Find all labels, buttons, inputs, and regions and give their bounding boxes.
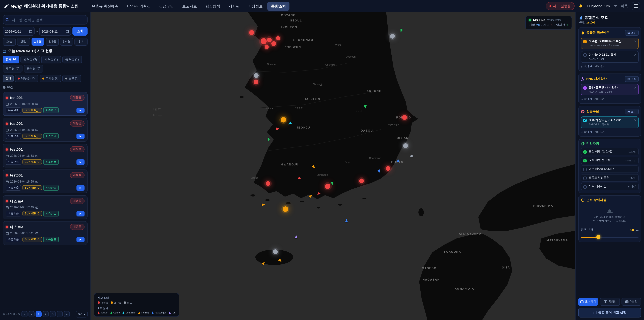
region-chip[interactable]: 서해청 (1): [41, 56, 61, 64]
ship-marker[interactable]: [295, 235, 297, 238]
resource-checkbox[interactable]: [583, 168, 587, 171]
resource-checkbox[interactable]: [583, 185, 587, 188]
brand[interactable]: Wing 해양환경 위기대응 통합시스템: [4, 3, 79, 9]
map[interactable]: 대한민국 AIS Live MarineTraffic 선박20·사고6·방제선…: [90, 13, 575, 320]
menu-button[interactable]: [632, 2, 640, 10]
region-chip[interactable]: 동해청 (1): [62, 56, 82, 64]
radius-slider[interactable]: [581, 235, 639, 239]
resource-row[interactable]: 여수 해수욕장 3개소: [581, 165, 639, 173]
incident-marker[interactable]: [325, 184, 330, 189]
analysis-item[interactable]: ✓여수항 BUNKER-C 확산GNOME+OpenDrift · 150kL×: [581, 38, 639, 49]
nav-item[interactable]: 보고자료: [178, 2, 201, 11]
page-button[interactable]: 3: [50, 311, 56, 317]
section-query-button[interactable]: ▤조회: [625, 76, 639, 82]
incident-card[interactable]: test001대응중2026-03-04 18:58유류유출BUNKER_C예측…: [3, 169, 88, 193]
region-chip[interactable]: 전체 16: [3, 56, 19, 64]
region-chip[interactable]: 남해청 (3): [20, 56, 40, 64]
incident-view-button[interactable]: ▶: [76, 237, 84, 242]
resource-checkbox[interactable]: ✓: [583, 150, 587, 154]
incident-marker[interactable]: [273, 249, 278, 254]
nav-item[interactable]: 항공탐색: [202, 2, 224, 11]
incident-marker[interactable]: [271, 41, 276, 46]
incident-marker[interactable]: [283, 206, 288, 212]
analysis-item[interactable]: 여수항 DIESEL 확산GNOME · 30kL×: [581, 51, 639, 63]
view-mode-button[interactable]: 3분할: [621, 297, 641, 305]
status-filter-chip[interactable]: 대응중 (13): [15, 75, 38, 82]
incident-card[interactable]: test001대응중2026-03-04 19:00유류유출BUNKER_C예측…: [3, 92, 88, 116]
ship-marker[interactable]: [345, 219, 348, 222]
incident-marker[interactable]: [264, 45, 268, 49]
incident-card[interactable]: 테스트4대응중2026-03-04 17:45유류유출BUNKER_C예측완료▶: [3, 195, 88, 219]
status-filter-chip[interactable]: 조사중 (2): [40, 75, 61, 82]
logout-button[interactable]: 로그아웃: [614, 4, 628, 9]
status-filter-chip[interactable]: 전체: [3, 75, 14, 82]
nav-item[interactable]: 유출유 확산예측: [88, 2, 122, 11]
search-submit-button[interactable]: 조회: [72, 27, 88, 36]
incident-marker[interactable]: [402, 115, 407, 120]
incident-marker[interactable]: [276, 36, 280, 40]
nav-item[interactable]: HNS·대기확산: [123, 2, 154, 11]
quick-range-chip[interactable]: 1년: [74, 38, 88, 46]
ship-marker[interactable]: [276, 128, 280, 130]
analysis-item-checkbox[interactable]: [583, 54, 587, 57]
incident-card[interactable]: 테스트3대응중2026-03-04 17:41유류유출BUNKER_C예측완료▶: [3, 221, 88, 245]
region-chip[interactable]: 중부청 (0): [24, 65, 43, 73]
resource-row[interactable]: 여수 취수시설(3개소): [581, 183, 639, 190]
first-page-button[interactable]: «: [22, 311, 28, 317]
nav-item[interactable]: 긴급구난: [156, 2, 178, 11]
incident-marker[interactable]: [403, 143, 408, 148]
incident-marker[interactable]: [249, 30, 254, 35]
incident-marker[interactable]: [359, 179, 364, 183]
analysis-item[interactable]: ✓여수 해상구난 SAR #12SAROPS · 익수자×: [581, 116, 639, 128]
analysis-item-checkbox[interactable]: ✓: [583, 40, 587, 43]
analysis-item-checkbox[interactable]: ✓: [583, 86, 587, 89]
resource-checkbox[interactable]: ✓: [583, 159, 587, 162]
section-query-button[interactable]: ▤조회: [625, 30, 639, 36]
nav-item[interactable]: 기상정보: [244, 2, 266, 11]
incident-marker[interactable]: [281, 117, 286, 123]
resource-row[interactable]: 오동도 해상공원(125ha): [581, 174, 639, 182]
close-icon[interactable]: ×: [634, 119, 636, 122]
resource-checkbox[interactable]: [583, 176, 587, 180]
resource-row[interactable]: ✓여수 갯벌 생태계(4,013ha): [581, 157, 639, 164]
quick-range-chip[interactable]: 15일: [17, 38, 30, 46]
page-button[interactable]: 1: [36, 311, 42, 317]
quick-range-chip[interactable]: 1개월: [31, 38, 44, 46]
nav-item[interactable]: 통합조회: [268, 2, 290, 11]
incident-card[interactable]: test001대응중2026-03-04 18:58유류유출BUNKER_C예측…: [3, 118, 88, 142]
incident-marker[interactable]: [254, 73, 258, 78]
slider-thumb[interactable]: [596, 235, 600, 239]
analysis-item[interactable]: ✓울산 톨루엔 대기확산ALOHA · 15t · 1.2km×: [581, 84, 639, 95]
status-filter-chip[interactable]: 종료 (1): [62, 75, 81, 82]
search-input[interactable]: [3, 15, 88, 25]
incident-marker[interactable]: [390, 34, 395, 39]
notification-bell-icon[interactable]: [578, 4, 583, 8]
incident-marker[interactable]: [266, 181, 270, 186]
incident-view-button[interactable]: ▶: [76, 211, 84, 216]
quick-range-chip[interactable]: 오늘: [3, 38, 16, 46]
incident-view-button[interactable]: ▶: [76, 133, 84, 139]
incident-marker[interactable]: [386, 166, 390, 171]
close-icon[interactable]: ×: [634, 86, 636, 89]
section-query-button[interactable]: ▤조회: [625, 109, 639, 114]
close-icon[interactable]: ×: [634, 53, 636, 57]
ship-marker[interactable]: [262, 203, 265, 206]
incident-view-button[interactable]: ▶: [76, 185, 84, 190]
date-from-input[interactable]: 2026-02-11: [3, 27, 34, 36]
incident-marker[interactable]: [260, 38, 267, 44]
ship-marker[interactable]: [409, 155, 412, 157]
page-button[interactable]: 2: [42, 311, 49, 317]
incident-marker[interactable]: [267, 38, 272, 43]
close-icon[interactable]: ×: [634, 40, 636, 43]
ship-marker[interactable]: [364, 106, 367, 109]
analysis-item-checkbox[interactable]: ✓: [583, 119, 587, 122]
page-size-select[interactable]: 6건 ▾: [76, 310, 88, 317]
quick-range-chip[interactable]: 3개월: [46, 38, 59, 46]
prev-page-button[interactable]: ‹: [28, 311, 34, 317]
region-chip[interactable]: 제주청 (0): [3, 65, 22, 73]
incident-view-button[interactable]: ▶: [76, 159, 84, 165]
nav-item[interactable]: 게시판: [225, 2, 243, 11]
last-page-button[interactable]: »: [64, 311, 70, 317]
run-analysis-button[interactable]: 통합 분석 비교 실행: [578, 307, 641, 317]
view-mode-button[interactable]: 오버레이: [578, 297, 598, 305]
